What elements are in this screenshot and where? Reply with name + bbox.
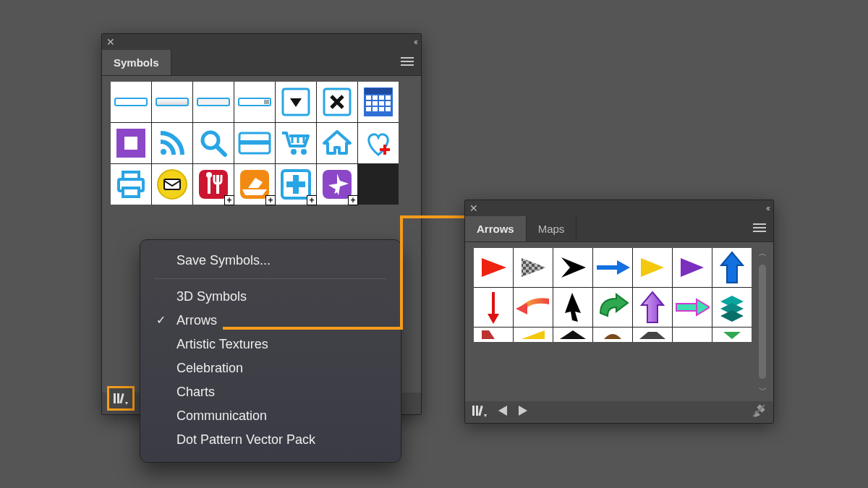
arrows-tabs: Arrows Maps: [465, 216, 773, 242]
connector-line: [400, 215, 470, 218]
arrow-partial-7[interactable]: [712, 328, 752, 342]
symbols-grid: + + + +: [111, 82, 399, 205]
arrow-yellow-triangle-right[interactable]: [633, 248, 672, 287]
menu-item-artistic-textures[interactable]: Artistic Textures: [140, 333, 401, 356]
symbol-dropdown-arrow[interactable]: [276, 82, 316, 122]
svg-marker-93: [484, 414, 487, 417]
symbols-panel-titlebar[interactable]: ✕ ‹‹: [102, 34, 421, 50]
next-icon[interactable]: [519, 406, 527, 419]
tab-arrows[interactable]: Arrows: [465, 216, 527, 241]
plus-badge-icon: +: [224, 195, 234, 205]
collapse-icon[interactable]: ‹‹: [414, 37, 417, 47]
close-icon[interactable]: ✕: [469, 202, 478, 214]
svg-rect-40: [380, 148, 390, 151]
menu-item-communication[interactable]: Communication: [140, 404, 401, 428]
svg-rect-17: [379, 95, 384, 100]
symbol-rss[interactable]: [152, 123, 192, 163]
symbols-grid-area: + + + +: [102, 76, 421, 205]
scroll-down-icon[interactable]: ﹀: [759, 385, 767, 395]
symbol-stop-square[interactable]: [111, 123, 151, 163]
arrow-teal-layers[interactable]: [712, 288, 752, 327]
svg-rect-19: [366, 101, 371, 106]
menu-item-label: Dot Pattern Vector Pack: [176, 432, 315, 447]
symbol-heart-plus[interactable]: [358, 123, 399, 163]
arrow-partial-6[interactable]: [673, 328, 712, 342]
arrow-outlined-right[interactable]: [673, 288, 712, 327]
symbol-progress-bar-4[interactable]: [234, 82, 275, 122]
arrow-partial-1[interactable]: [474, 328, 513, 342]
symbol-utensils[interactable]: +: [193, 164, 234, 205]
symbol-speedboat[interactable]: +: [234, 164, 275, 205]
menu-item-label: Arrows: [176, 313, 217, 328]
arrows-grid: [474, 248, 752, 342]
scroll-thumb[interactable]: [759, 265, 766, 379]
arrow-partial-4[interactable]: [593, 328, 632, 342]
tab-maps[interactable]: Maps: [527, 216, 577, 241]
tab-label: Arrows: [477, 223, 514, 235]
symbol-progress-bar-1[interactable]: [111, 82, 151, 122]
menu-item-label: 3D Symbols: [176, 289, 247, 304]
symbol-airplane[interactable]: +: [317, 164, 357, 205]
arrow-purple-up[interactable]: [633, 288, 672, 327]
menu-item-dot-pattern[interactable]: Dot Pattern Vector Pack: [140, 428, 401, 452]
tab-symbols[interactable]: Symbols: [102, 50, 171, 75]
svg-rect-80: [676, 304, 697, 311]
menu-item-celebration[interactable]: Celebration: [140, 356, 401, 380]
scrollbar[interactable]: ︿ ﹀: [756, 248, 769, 395]
symbol-calendar-grid[interactable]: [358, 82, 399, 122]
svg-marker-77: [488, 314, 499, 324]
panel-menu-icon[interactable]: [753, 223, 766, 236]
arrow-checker-triangle-right[interactable]: [514, 248, 553, 287]
library-menu-icon[interactable]: [472, 404, 487, 420]
arrow-partial-3[interactable]: [553, 328, 592, 342]
close-icon[interactable]: ✕: [106, 36, 115, 48]
arrow-green-curve-right[interactable]: [593, 288, 632, 327]
arrow-red-triangle-right[interactable]: [474, 248, 513, 287]
svg-marker-95: [519, 406, 527, 416]
menu-item-3d-symbols[interactable]: 3D Symbols: [140, 285, 401, 309]
svg-point-29: [161, 149, 166, 155]
plus-badge-icon: +: [348, 195, 358, 205]
svg-marker-87: [560, 330, 586, 339]
svg-rect-24: [373, 107, 378, 111]
symbol-progress-bar-2[interactable]: [152, 82, 192, 122]
arrow-partial-2[interactable]: [514, 328, 553, 342]
prev-icon[interactable]: [498, 406, 507, 419]
symbol-mail-stamp[interactable]: [152, 164, 192, 205]
svg-rect-3: [115, 98, 147, 106]
svg-marker-72: [617, 260, 630, 275]
menu-item-label: Save Symbols...: [176, 253, 271, 267]
arrow-partial-5[interactable]: [633, 328, 672, 342]
arrow-purple-triangle-right[interactable]: [673, 248, 712, 287]
arrow-blue-up[interactable]: [712, 248, 752, 287]
arrow-blue-right[interactable]: [593, 248, 632, 287]
arrows-panel-titlebar[interactable]: ✕ ‹‹: [465, 200, 773, 216]
svg-rect-15: [366, 95, 371, 100]
symbol-home[interactable]: [317, 123, 357, 163]
scroll-up-icon[interactable]: ︿: [759, 248, 767, 259]
arrow-orange-swoosh-left[interactable]: [514, 288, 553, 327]
arrow-black-cursor[interactable]: [553, 288, 592, 327]
arrows-panel: ✕ ‹‹ Arrows Maps ︿ ﹀: [464, 200, 774, 424]
svg-rect-26: [386, 107, 391, 111]
svg-rect-4: [156, 98, 188, 106]
connector-line: [400, 215, 403, 330]
menu-item-charts[interactable]: Charts: [140, 380, 401, 404]
collapse-icon[interactable]: ‹‹: [766, 203, 769, 213]
panel-menu-icon[interactable]: [401, 56, 414, 69]
symbol-medical-plus[interactable]: +: [276, 164, 316, 205]
menu-item-save-symbols[interactable]: Save Symbols...: [155, 250, 386, 279]
plus-badge-icon: +: [307, 195, 317, 205]
symbol-shopping-cart[interactable]: [276, 123, 316, 163]
symbol-close-x[interactable]: [317, 82, 357, 122]
symbol-printer[interactable]: [111, 164, 151, 205]
arrow-red-down[interactable]: [474, 288, 513, 327]
symbol-magnifier[interactable]: [193, 123, 234, 163]
symbol-credit-card[interactable]: [234, 123, 275, 163]
svg-rect-43: [123, 188, 139, 197]
svg-rect-23: [366, 107, 371, 111]
svg-rect-22: [386, 101, 391, 106]
library-button-highlight[interactable]: [107, 386, 135, 411]
symbol-progress-bar-3[interactable]: [193, 82, 234, 122]
arrow-black-arrowhead[interactable]: [553, 248, 592, 287]
